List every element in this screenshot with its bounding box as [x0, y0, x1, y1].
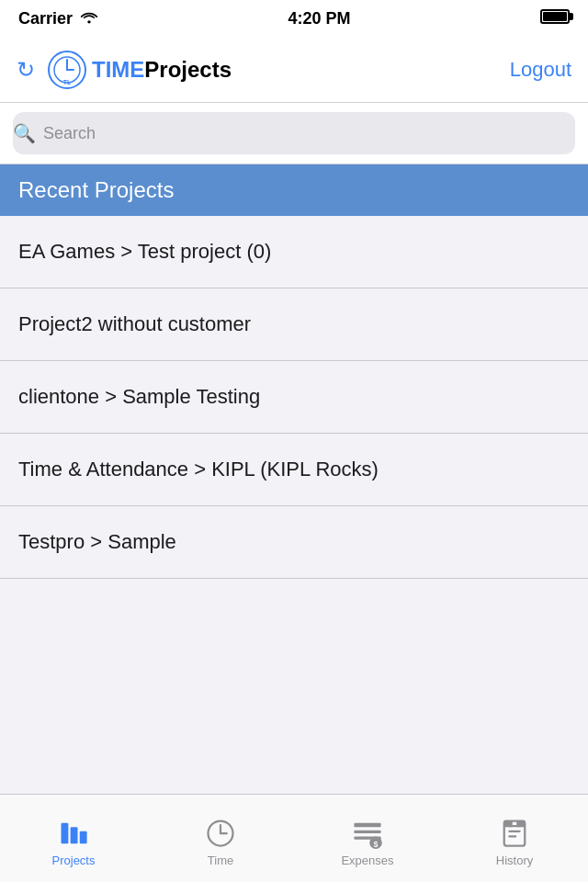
- svg-rect-18: [508, 831, 521, 832]
- wifi-icon: [80, 9, 98, 28]
- history-tab-label: History: [496, 854, 533, 867]
- carrier-text: Carrier: [18, 9, 73, 28]
- carrier-info: Carrier: [18, 9, 98, 28]
- svg-rect-5: [62, 823, 69, 844]
- svg-text:$: $: [373, 840, 378, 849]
- expenses-tab-label: Expenses: [341, 854, 393, 867]
- search-input[interactable]: [43, 124, 575, 143]
- project-name: EA Games > Test project (0): [18, 240, 271, 263]
- projects-tab-icon: [57, 817, 90, 850]
- project-item[interactable]: clientone > Sample Testing: [0, 361, 588, 434]
- project-item[interactable]: Time & Attendance > KIPL (KIPL Rocks): [0, 434, 588, 506]
- app-logo: TL TIMEProjects: [48, 51, 232, 89]
- svg-text:TL: TL: [63, 79, 72, 85]
- expenses-tab-icon: $: [351, 817, 384, 850]
- nav-bar: ↻ TL TIMEProjects Logout: [0, 37, 588, 103]
- search-container: 🔍: [0, 103, 588, 164]
- logout-button[interactable]: Logout: [510, 58, 571, 82]
- svg-rect-6: [71, 827, 78, 843]
- project-item[interactable]: Project2 without customer: [0, 288, 588, 361]
- nav-left: ↻ TL TIMEProjects: [17, 51, 232, 89]
- tab-history[interactable]: History: [441, 809, 588, 867]
- refresh-icon[interactable]: ↻: [17, 57, 35, 83]
- nav-title: TIMEProjects: [92, 57, 232, 83]
- project-name: clientone > Sample Testing: [18, 385, 260, 408]
- section-header: Recent Projects: [0, 164, 588, 216]
- status-bar: Carrier 4:20 PM: [0, 0, 588, 37]
- tab-expenses[interactable]: $ Expenses: [294, 809, 441, 867]
- logo-time-text: TIME: [92, 57, 144, 82]
- section-header-label: Recent Projects: [18, 177, 174, 202]
- status-time: 4:20 PM: [288, 9, 351, 28]
- battery-icon: [540, 9, 570, 28]
- svg-rect-11: [354, 823, 380, 828]
- history-tab-icon: [498, 817, 531, 850]
- svg-rect-12: [354, 831, 380, 833]
- search-icon: 🔍: [13, 122, 36, 144]
- project-name: Time & Attendance > KIPL (KIPL Rocks): [18, 458, 379, 481]
- projects-tab-label: Projects: [52, 854, 96, 867]
- nav-title-text: Projects: [144, 57, 232, 82]
- svg-rect-21: [516, 821, 525, 828]
- time-tab-label: Time: [208, 854, 233, 867]
- svg-rect-19: [508, 835, 516, 837]
- tab-bar: Projects Time $ Expenses History: [0, 794, 588, 882]
- project-item[interactable]: EA Games > Test project (0): [0, 216, 588, 288]
- timeledger-logo-icon: TL: [48, 51, 86, 89]
- project-item[interactable]: Testpro > Sample: [0, 506, 588, 579]
- search-bar: 🔍: [13, 112, 575, 154]
- tab-projects[interactable]: Projects: [0, 809, 147, 867]
- project-name: Project2 without customer: [18, 312, 251, 335]
- time-tab-icon: [204, 817, 237, 850]
- project-name: Testpro > Sample: [18, 530, 176, 553]
- svg-rect-7: [80, 831, 87, 844]
- svg-rect-20: [504, 821, 513, 828]
- project-list: EA Games > Test project (0)Project2 with…: [0, 216, 588, 579]
- tab-time[interactable]: Time: [147, 809, 294, 867]
